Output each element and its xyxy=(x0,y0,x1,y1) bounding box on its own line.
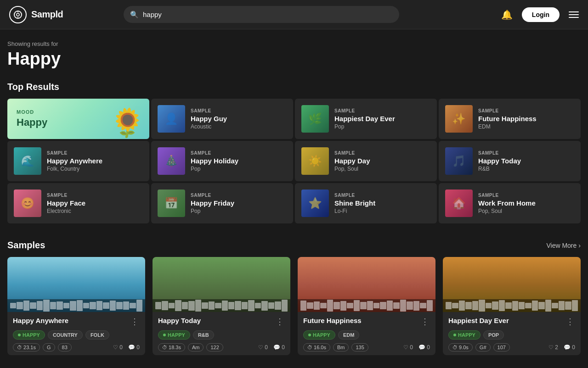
card-type: SAMPLE xyxy=(47,193,143,198)
card-type: SAMPLE xyxy=(191,108,287,113)
sample-title-row: Happy Anywhere ⋮ xyxy=(13,317,140,327)
card-thumb: 🎄 xyxy=(158,147,185,175)
tag-happy: HAPPY xyxy=(448,330,481,340)
menu-button[interactable] xyxy=(569,11,579,18)
mood-value: Happy xyxy=(17,117,47,128)
sample-card-happy-anywhere[interactable]: Happy Anywhere ⋮ HAPPY COUNTRY FOLK ⏱ 23… xyxy=(7,257,145,355)
tag-pop: POP xyxy=(483,330,504,340)
key-badge: G# xyxy=(475,343,491,351)
card-thumb: 😊 xyxy=(14,190,41,217)
card-name: Happy Anywhere xyxy=(47,157,143,165)
card-type: SAMPLE xyxy=(478,193,574,198)
card-name: Work From Home xyxy=(478,199,574,207)
sample-title: Future Happiness xyxy=(303,317,362,324)
card-info: SAMPLE Happiest Day Ever Pop xyxy=(334,108,430,130)
search-input[interactable] xyxy=(124,6,399,23)
chevron-right-icon: › xyxy=(578,242,581,249)
result-card-happy-anywhere[interactable]: 🌊 SAMPLE Happy Anywhere Folk, Country xyxy=(7,141,149,181)
duration-badge: ⏱ 9.0s xyxy=(448,343,473,351)
sample-more-button[interactable]: ⋮ xyxy=(130,317,140,327)
search-icon: 🔍 xyxy=(130,11,139,19)
waveform xyxy=(298,299,435,312)
card-info: SAMPLE Future Happiness EDM xyxy=(478,108,574,130)
meta-left: ⏱ 18.3s Am 122 xyxy=(158,343,223,351)
sample-title: Happiest Day Ever xyxy=(448,317,509,324)
menu-line xyxy=(569,17,579,18)
sample-more-button[interactable]: ⋮ xyxy=(420,317,430,327)
sample-info: Happiest Day Ever ⋮ HAPPY POP ⏱ 9.0s G# … xyxy=(443,312,581,355)
result-card-happy-holiday[interactable]: 🎄 SAMPLE Happy Holiday Pop xyxy=(151,141,293,181)
card-type: SAMPLE xyxy=(191,193,287,198)
sample-card-happiest-day-ever[interactable]: Happiest Day Ever ⋮ HAPPY POP ⏱ 9.0s G# … xyxy=(443,257,581,355)
sample-info: Happy Anywhere ⋮ HAPPY COUNTRY FOLK ⏱ 23… xyxy=(7,312,145,355)
result-card-happy-today[interactable]: 🎵 SAMPLE Happy Today R&B xyxy=(439,141,581,181)
result-card-shine-bright[interactable]: ⭐ SAMPLE Shine Bright Lo-Fi xyxy=(295,183,437,223)
tags-row: HAPPY R&B xyxy=(158,330,285,340)
notifications-button[interactable]: 🔔 xyxy=(501,9,513,20)
result-card-future-happiness[interactable]: ✨ SAMPLE Future Happiness EDM xyxy=(439,99,581,139)
card-type: SAMPLE xyxy=(47,151,143,156)
result-card-happy-day[interactable]: ☀️ SAMPLE Happy Day Pop, Soul xyxy=(295,141,437,181)
tag-edm: EDM xyxy=(338,330,359,340)
sample-card-future-happiness[interactable]: Future Happiness ⋮ HAPPY EDM ⏱ 16.0s Bm … xyxy=(298,257,435,355)
card-info: SAMPLE Work From Home Pop, Soul xyxy=(478,193,574,214)
sample-title: Happy Today xyxy=(158,317,201,324)
card-thumb: 👤 xyxy=(158,105,185,133)
tag-happy: HAPPY xyxy=(13,330,45,340)
sample-card-happy-today[interactable]: Happy Today ⋮ HAPPY R&B ⏱ 18.3s Am 122 ♡… xyxy=(153,257,290,355)
mood-label: MOOD xyxy=(17,109,47,115)
duration-badge: ⏱ 18.3s xyxy=(158,343,185,351)
card-thumb: ☀️ xyxy=(301,147,329,175)
card-thumb: ⭐ xyxy=(301,190,329,217)
logo[interactable]: Sampld xyxy=(9,6,69,23)
card-genre: Pop xyxy=(191,208,287,214)
card-info: SAMPLE Happy Anywhere Folk, Country xyxy=(47,151,143,172)
card-genre: R&B xyxy=(478,166,574,172)
duration-badge: ⏱ 23.1s xyxy=(13,343,40,351)
comments-action: 💬 0 xyxy=(128,344,140,351)
login-button[interactable]: Login xyxy=(522,7,560,22)
sample-thumb xyxy=(7,257,145,312)
sample-title-row: Future Happiness ⋮ xyxy=(303,317,430,327)
sample-more-button[interactable]: ⋮ xyxy=(275,317,285,327)
results-title: Happy xyxy=(7,49,581,69)
logo-icon xyxy=(9,6,27,23)
card-genre: Acoustic xyxy=(191,123,287,130)
card-genre: Folk, Country xyxy=(47,166,143,172)
tag-happy: HAPPY xyxy=(303,330,335,340)
tag-rnb: R&B xyxy=(193,330,214,340)
card-type: SAMPLE xyxy=(478,151,574,156)
view-more-button[interactable]: View More › xyxy=(546,242,581,249)
result-card-happiest-day[interactable]: 🌿 SAMPLE Happiest Day Ever Pop xyxy=(295,99,437,139)
card-type: SAMPLE xyxy=(334,193,430,198)
result-card-work-from-home[interactable]: 🏠 SAMPLE Work From Home Pop, Soul xyxy=(439,183,581,223)
card-type: SAMPLE xyxy=(334,108,430,113)
result-card-happy-friday[interactable]: 📅 SAMPLE Happy Friday Pop xyxy=(151,183,293,223)
bpm-badge: 135 xyxy=(351,343,368,351)
bpm-badge: 83 xyxy=(58,343,72,351)
card-info: SAMPLE Happy Today R&B xyxy=(478,151,574,172)
card-name: Happy Face xyxy=(47,199,143,207)
sample-info: Future Happiness ⋮ HAPPY EDM ⏱ 16.0s Bm … xyxy=(298,312,435,355)
mood-card[interactable]: MOOD Happy 🌻 xyxy=(7,99,149,139)
sample-info: Happy Today ⋮ HAPPY R&B ⏱ 18.3s Am 122 ♡… xyxy=(153,312,290,355)
tag-happy: HAPPY xyxy=(158,330,190,340)
samples-title: Samples xyxy=(7,240,45,251)
top-results-header: Top Results xyxy=(7,82,581,92)
comments-action: 💬 0 xyxy=(273,344,285,351)
sample-title-row: Happy Today ⋮ xyxy=(158,317,285,327)
page-content: Showing results for Happy Top Results MO… xyxy=(0,29,588,355)
sample-more-button[interactable]: ⋮ xyxy=(565,317,575,327)
card-thumb: 📅 xyxy=(158,190,185,217)
sunflower-icon: 🌻 xyxy=(110,106,145,139)
card-thumb: 🎵 xyxy=(445,147,473,175)
card-name: Shine Bright xyxy=(334,199,430,207)
card-name: Happiest Day Ever xyxy=(334,115,430,123)
result-card-happy-guy[interactable]: 👤 SAMPLE Happy Guy Acoustic xyxy=(151,99,293,139)
likes-action: ♡ 0 xyxy=(258,344,268,351)
card-thumb: 🏠 xyxy=(445,190,473,217)
card-info: SAMPLE Happy Face Electronic xyxy=(47,193,143,214)
sample-title-row: Happiest Day Ever ⋮ xyxy=(448,317,575,327)
header-right: 🔔 Login xyxy=(501,7,579,22)
result-card-happy-face[interactable]: 😊 SAMPLE Happy Face Electronic xyxy=(7,183,149,223)
